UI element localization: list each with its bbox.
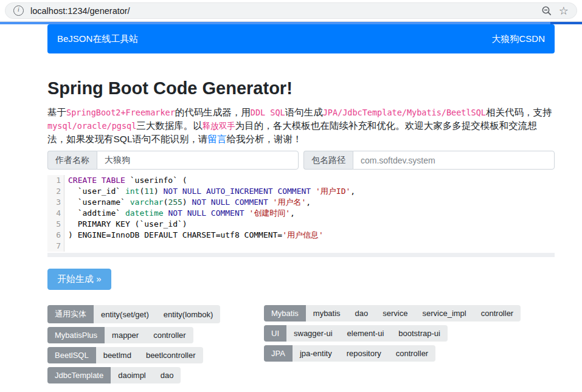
page-title: Spring Boot Code Generator! bbox=[47, 78, 555, 98]
info-icon[interactable]: i bbox=[13, 5, 24, 16]
template-item[interactable]: dao bbox=[153, 367, 181, 383]
inline-code: mysql/oracle/pgsql bbox=[47, 121, 136, 131]
code-line: 6) ENGINE=InnoDB DEFAULT CHARSET=utf8 CO… bbox=[47, 230, 555, 241]
group-label[interactable]: Mybatis bbox=[264, 305, 306, 322]
browser-toolbar: i localhost:1234/generator/ ☆ bbox=[0, 0, 582, 22]
template-group: 通用实体entity(set/get)entity(lombok) bbox=[47, 305, 220, 323]
code-line: 1CREATE TABLE `userinfo` ( bbox=[47, 175, 555, 186]
inline-code: SpringBoot2+Freemarker bbox=[66, 108, 175, 117]
code-text: PRIMARY KEY (`user_id`) bbox=[64, 219, 187, 230]
template-item[interactable]: controller bbox=[389, 345, 435, 362]
package-input[interactable] bbox=[353, 151, 555, 170]
template-item[interactable]: dao bbox=[348, 305, 376, 322]
template-item[interactable]: element-ui bbox=[340, 325, 392, 342]
brand-link[interactable]: BeJSON在线工具站 bbox=[57, 33, 138, 45]
template-item[interactable]: mapper bbox=[105, 327, 146, 343]
inline-code: DDL SQL bbox=[251, 108, 285, 117]
browser-window: i localhost:1234/generator/ ☆ BeJSON在线工具… bbox=[0, 0, 582, 383]
progress-bar-segment bbox=[550, 22, 582, 24]
description-text: 三大数据库。以 bbox=[136, 120, 203, 131]
inline-code: JPA/JdbcTemplate/Mybatis/BeetlSQL bbox=[323, 108, 486, 117]
description: 基于SpringBoot2+Freemarker的代码生成器，用DDL SQL语… bbox=[47, 106, 555, 146]
code-text: `user_id` int(11) NOT NULL AUTO_INCREMEN… bbox=[64, 186, 355, 197]
package-label: 包名路径 bbox=[303, 151, 353, 170]
template-group: JPAjpa-entityrepositorycontroller bbox=[264, 345, 435, 362]
template-group: JdbcTemplatedaoimpldao bbox=[47, 367, 181, 383]
line-number: 1 bbox=[47, 175, 64, 186]
line-number: 5 bbox=[47, 219, 64, 230]
page-content: BeJSON在线工具站 大狼狗CSDN Spring Boot Code Gen… bbox=[47, 24, 555, 383]
group-label[interactable]: JPA bbox=[264, 345, 293, 362]
generate-button[interactable]: 开始生成 » bbox=[47, 269, 111, 290]
author-input-group: 作者名称 bbox=[47, 151, 299, 170]
template-item[interactable]: daoimpl bbox=[111, 367, 153, 383]
line-number: 7 bbox=[47, 241, 64, 252]
code-line: 3 `username` varchar(255) NOT NULL COMME… bbox=[47, 197, 555, 208]
inline-code: 释放双手 bbox=[203, 121, 235, 131]
description-text: 相关代码，支持 bbox=[486, 107, 552, 117]
group-label[interactable]: 通用实体 bbox=[47, 305, 94, 323]
code-line: 4 `addtime` datetime NOT NULL COMMENT '创… bbox=[47, 208, 555, 219]
author-label: 作者名称 bbox=[47, 151, 97, 170]
template-item[interactable]: service_impl bbox=[415, 305, 473, 322]
template-item[interactable]: beetlmd bbox=[96, 347, 139, 363]
code-line: 2 `user_id` int(11) NOT NULL AUTO_INCREM… bbox=[47, 186, 555, 197]
progress-bar bbox=[0, 22, 582, 24]
template-group: Mybatismybatisdaoserviceservice_implcont… bbox=[264, 305, 521, 322]
url-text[interactable]: localhost:1234/generator/ bbox=[30, 6, 130, 16]
template-item[interactable]: controller bbox=[146, 327, 193, 343]
template-item[interactable]: controller bbox=[474, 305, 521, 322]
line-number: 2 bbox=[47, 186, 64, 197]
template-groups-left-column: 通用实体entity(set/get)entity(lombok)Mybatis… bbox=[47, 305, 264, 383]
template-item[interactable]: beetlcontroller bbox=[139, 347, 203, 363]
template-item[interactable]: swagger-ui bbox=[286, 325, 340, 342]
line-number: 3 bbox=[47, 197, 64, 208]
description-text: 语句生成 bbox=[285, 107, 323, 117]
sql-editor[interactable]: 1CREATE TABLE `userinfo` (2 `user_id` in… bbox=[47, 175, 555, 257]
template-item[interactable]: entity(lombok) bbox=[156, 305, 221, 323]
code-text: `addtime` datetime NOT NULL COMMENT '创建时… bbox=[64, 208, 295, 219]
message-link[interactable]: 留言 bbox=[208, 134, 227, 144]
code-text: CREATE TABLE `userinfo` ( bbox=[64, 175, 187, 186]
template-item[interactable]: entity(set/get) bbox=[94, 305, 156, 323]
group-label[interactable]: JdbcTemplate bbox=[47, 367, 111, 383]
star-icon[interactable]: ☆ bbox=[559, 5, 569, 16]
site-navbar: BeJSON在线工具站 大狼狗CSDN bbox=[47, 24, 555, 53]
template-item[interactable]: service bbox=[375, 305, 415, 322]
form-row: 作者名称 包名路径 bbox=[47, 151, 555, 170]
template-item[interactable]: jpa-entity bbox=[293, 345, 339, 362]
code-text: ) ENGINE=InnoDB DEFAULT CHARSET=utf8 COM… bbox=[64, 230, 324, 241]
description-text: 给我分析，谢谢！ bbox=[227, 134, 302, 144]
template-group: MybatisPlusmappercontroller bbox=[47, 327, 193, 343]
csdn-link[interactable]: 大狼狗CSDN bbox=[491, 33, 545, 45]
group-label[interactable]: UI bbox=[264, 325, 286, 342]
code-text: `username` varchar(255) NOT NULL COMMENT… bbox=[64, 197, 311, 208]
url-bar[interactable]: i localhost:1234/generator/ ☆ bbox=[5, 2, 577, 19]
template-item[interactable]: mybatis bbox=[306, 305, 348, 322]
template-group: UIswagger-uielement-uibootstrap-ui bbox=[264, 325, 448, 342]
zoom-out-icon[interactable] bbox=[541, 5, 552, 16]
code-line: 5 PRIMARY KEY (`user_id`) bbox=[47, 219, 555, 230]
template-groups: 通用实体entity(set/get)entity(lombok)Mybatis… bbox=[47, 305, 555, 383]
template-groups-right-column: Mybatismybatisdaoserviceservice_implcont… bbox=[264, 305, 521, 383]
code-line: 7 bbox=[47, 241, 555, 252]
description-text: 的代码生成器，用 bbox=[175, 107, 251, 117]
template-item[interactable]: bootstrap-ui bbox=[391, 325, 448, 342]
description-text: 基于 bbox=[47, 107, 66, 117]
template-item[interactable]: repository bbox=[339, 345, 389, 362]
code-text bbox=[64, 241, 68, 252]
line-number: 4 bbox=[47, 208, 64, 219]
package-input-group: 包名路径 bbox=[303, 151, 555, 170]
line-number: 6 bbox=[47, 230, 64, 241]
author-input[interactable] bbox=[97, 151, 299, 170]
template-group: BeetlSQLbeetlmdbeetlcontroller bbox=[47, 347, 203, 363]
group-label[interactable]: BeetlSQL bbox=[47, 347, 96, 363]
group-label[interactable]: MybatisPlus bbox=[47, 327, 105, 343]
